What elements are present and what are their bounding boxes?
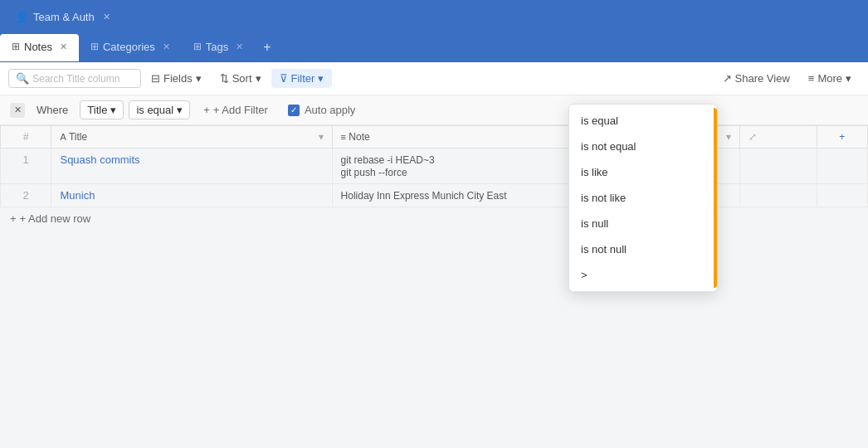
search-placeholder: Search Title column [32,73,119,85]
filter-label: Filter [291,72,315,85]
operator-is-like[interactable]: is like [569,159,717,185]
row-2-title-link[interactable]: Munich [60,189,95,202]
operator-is-not-like[interactable]: is not like [569,185,717,211]
tab-categories-close-icon[interactable]: ✕ [163,41,170,52]
filter-bar: ✕ Where Title ▾ is equal ▾ + + Add Filte… [0,95,868,125]
filter-button[interactable]: ⊽ Filter ▾ [271,69,333,88]
row-1-title-link[interactable]: Squash commits [60,153,139,166]
col-header-title: A Title ▾ [51,126,332,149]
search-icon: 🔍 [16,72,29,85]
toolbar: 🔍 Search Title column ⊟ Fields ▾ ⇅ Sort … [0,62,868,95]
add-filter-icon: + [203,104,210,116]
filter-operator-selector[interactable]: is equal ▾ [129,100,190,119]
sort-chevron-icon: ▾ [256,72,261,85]
add-row-label: + Add new row [20,212,91,225]
tab-tags-close-icon[interactable]: ✕ [236,41,243,52]
tab-notes-label: Notes [24,41,52,53]
operator-dropdown-menu: is equal is not equal is like is not lik… [568,104,718,292]
operator-is-not-null[interactable]: is not null [569,236,717,262]
col-header-num: # [1,126,51,149]
row-2-num: 2 [1,184,51,207]
content-area: # A Title ▾ ≡ Note ▾ ⤢ + [0,125,868,448]
share-view-button[interactable]: ↗ Share View [714,69,798,88]
categories-table-icon: ⊞ [90,41,99,52]
row-1-note-text: git rebase -i HEAD~3 git push --force [341,154,435,178]
filter-operator-label: is equal [136,104,173,116]
operator-is-not-equal[interactable]: is not equal [569,134,717,159]
note-col-chevron-icon: ▾ [726,131,731,143]
sort-button[interactable]: ⇅ Sort ▾ [212,69,270,88]
row-2-note-text: Holiday Inn Express Munich City East [341,190,507,202]
tab-notes-close-icon[interactable]: ✕ [60,41,67,52]
filter-operator-chevron-icon: ▾ [177,104,183,116]
filter-remove-button[interactable]: ✕ [10,103,25,118]
workspace-icon: 👤 [15,11,28,23]
more-button[interactable]: ≡ More ▾ [800,69,860,88]
row-2-extra [740,184,817,207]
row-1-extra [740,149,817,184]
share-icon: ↗ [723,72,732,85]
tags-table-icon: ⊞ [193,41,202,52]
title-col-icon: A [60,132,66,142]
workspace-close-icon[interactable]: ✕ [103,12,110,22]
sort-icon: ⇅ [220,72,229,85]
operator-is-null[interactable]: is null [569,211,717,236]
expand-col-icon: ⤢ [749,131,757,143]
search-box[interactable]: 🔍 Search Title column [8,69,141,88]
workspace-tab[interactable]: 👤 Team & Auth ✕ [7,6,119,28]
operator-is-equal[interactable]: is equal [569,108,717,134]
fields-icon: ⊟ [151,72,160,85]
row-2-add [817,184,868,207]
filter-field-label: Title [87,104,107,116]
row-1-add [817,149,868,184]
filter-condition: ✕ Where Title ▾ is equal ▾ [10,100,190,119]
add-new-row-button[interactable]: + + Add new row [0,207,868,230]
fields-label: Fields [163,72,193,85]
tab-tags-label: Tags [206,41,228,53]
auto-apply-toggle[interactable]: ✓ Auto apply [288,104,355,116]
more-icon: ≡ [808,72,815,85]
auto-apply-label: Auto apply [305,104,355,116]
more-label: More [817,72,842,85]
filter-chevron-icon: ▾ [318,72,324,85]
add-row-icon: + [10,212,17,225]
col-header-extra: ⤢ [740,126,817,149]
notes-table-icon: ⊞ [12,41,20,52]
table-row: 2 Munich Holiday Inn Express Munich City… [1,184,868,207]
fields-button[interactable]: ⊟ Fields ▾ [143,69,210,88]
note-col-icon: ≡ [341,132,346,142]
filter-field-selector[interactable]: Title ▾ [80,100,124,119]
tabs-row: ⊞ Notes ✕ ⊞ Categories ✕ ⊞ Tags ✕ + [0,33,868,62]
add-filter-label: + Add Filter [213,104,268,116]
fields-chevron-icon: ▾ [196,72,202,85]
row-1-num: 1 [1,149,51,184]
where-label: Where [30,101,75,119]
operator-greater-than[interactable]: > [569,262,717,288]
add-tab-button[interactable]: + [255,33,279,61]
table-row: 1 Squash commits git rebase -i HEAD~3 gi… [1,149,868,184]
col-header-add[interactable]: + [817,126,868,149]
more-chevron-icon: ▾ [846,72,851,85]
tab-categories[interactable]: ⊞ Categories ✕ [79,34,182,61]
data-table: # A Title ▾ ≡ Note ▾ ⤢ + [0,125,868,207]
tab-categories-label: Categories [103,41,155,53]
tab-tags[interactable]: ⊞ Tags ✕ [182,34,255,61]
row-2-title[interactable]: Munich [51,184,332,207]
auto-apply-checkbox[interactable]: ✓ [288,105,300,116]
filter-field-chevron-icon: ▾ [110,104,116,116]
title-col-chevron-icon: ▾ [319,131,324,143]
yellow-scroll-bar [714,108,717,288]
filter-icon: ⊽ [280,72,288,85]
table-container: # A Title ▾ ≡ Note ▾ ⤢ + [0,125,868,448]
share-label: Share View [735,72,790,85]
row-1-title[interactable]: Squash commits [51,149,332,184]
add-filter-button[interactable]: + + Add Filter [197,101,275,119]
sort-label: Sort [232,72,252,85]
tab-notes[interactable]: ⊞ Notes ✕ [0,34,79,61]
workspace-label: Team & Auth [33,11,95,23]
